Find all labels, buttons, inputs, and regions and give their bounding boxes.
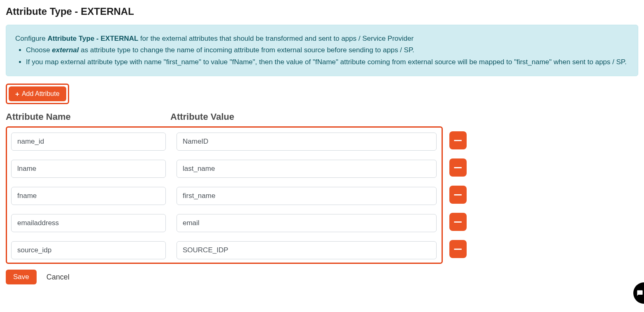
- add-attribute-label: Add Attribute: [22, 90, 60, 98]
- attribute-value-input[interactable]: [177, 187, 437, 205]
- minus-icon: −: [453, 162, 462, 173]
- attribute-row: [11, 160, 437, 178]
- attribute-value-input[interactable]: [177, 214, 437, 232]
- rows-container: −−−−−: [6, 126, 638, 264]
- attribute-name-input[interactable]: [11, 187, 166, 205]
- attribute-name-input[interactable]: [11, 160, 166, 178]
- attribute-rows-highlight: [6, 126, 443, 264]
- bullet1-em: external: [52, 46, 79, 54]
- header-attribute-name: Attribute Name: [6, 112, 170, 122]
- minus-icon: −: [453, 217, 462, 227]
- attribute-row: [11, 187, 437, 205]
- attribute-row-inputs: [11, 133, 437, 151]
- bullet1-prefix: Choose: [26, 46, 52, 54]
- remove-button-column: −−−−−: [449, 131, 467, 258]
- attribute-value-input[interactable]: [177, 241, 437, 259]
- remove-row-button[interactable]: −: [449, 240, 467, 258]
- remove-row-button[interactable]: −: [449, 186, 467, 204]
- header-attribute-value: Attribute Value: [170, 112, 234, 122]
- info-intro-prefix: Configure: [15, 35, 47, 42]
- attribute-name-input[interactable]: [11, 241, 166, 259]
- attribute-row-inputs: [11, 214, 437, 232]
- column-headers: Attribute Name Attribute Value: [6, 112, 638, 122]
- attribute-row: [11, 214, 437, 232]
- bullet1-suffix: as attribute type to change the name of …: [79, 46, 414, 54]
- add-attribute-highlight: + Add Attribute: [6, 84, 69, 104]
- remove-row-button[interactable]: −: [449, 131, 467, 149]
- info-bullet-1: Choose external as attribute type to cha…: [26, 45, 629, 56]
- save-button[interactable]: Save: [6, 270, 37, 284]
- plus-icon: +: [15, 91, 19, 98]
- attribute-name-input[interactable]: [11, 133, 166, 151]
- info-intro: Configure Attribute Type - EXTERNAL for …: [15, 33, 629, 44]
- bottom-actions: Save Cancel: [6, 270, 638, 284]
- minus-icon: −: [453, 244, 462, 254]
- minus-icon: −: [453, 189, 462, 200]
- attribute-name-input[interactable]: [11, 214, 166, 232]
- info-bullet-2: If you map external attribute type with …: [26, 57, 629, 68]
- info-intro-bold: Attribute Type - EXTERNAL: [47, 35, 138, 42]
- attribute-row-inputs: [11, 187, 437, 205]
- minus-icon: −: [453, 135, 462, 146]
- add-attribute-button[interactable]: + Add Attribute: [9, 86, 66, 101]
- cancel-link[interactable]: Cancel: [46, 273, 70, 282]
- page-title: Attribute Type - EXTERNAL: [6, 6, 638, 17]
- attribute-row: [11, 241, 437, 259]
- remove-row-button[interactable]: −: [449, 213, 467, 231]
- attribute-value-input[interactable]: [177, 160, 437, 178]
- attribute-row: [11, 133, 437, 151]
- attribute-value-input[interactable]: [177, 133, 437, 151]
- chat-icon: [637, 290, 643, 290]
- attribute-row-inputs: [11, 160, 437, 178]
- attribute-row-inputs: [11, 241, 437, 259]
- info-box: Configure Attribute Type - EXTERNAL for …: [6, 25, 638, 76]
- info-intro-suffix: for the external attributes that should …: [138, 35, 414, 42]
- info-bullets: Choose external as attribute type to cha…: [15, 45, 629, 68]
- remove-row-button[interactable]: −: [449, 158, 467, 177]
